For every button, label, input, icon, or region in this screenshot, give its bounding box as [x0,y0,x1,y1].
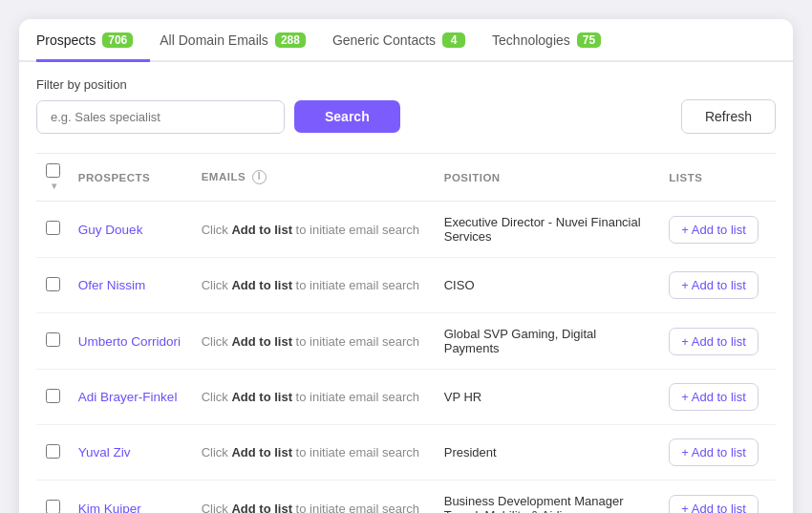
row-checkbox-5[interactable] [46,500,60,513]
email-cell-2: Click Add to list to initiate email sear… [202,334,419,349]
col-header-prospects: PROSPECTS [71,154,194,202]
tab-generic-contacts[interactable]: Generic Contacts 4 [332,19,482,62]
col-header-lists: LISTS [661,154,776,202]
email-cell-4: Click Add to list to initiate email sear… [202,445,419,460]
sort-icon-prospects: ▾ [52,181,57,191]
add-to-list-link-4[interactable]: Add to list [231,445,292,460]
select-all-checkbox[interactable] [46,163,60,178]
col-header-position: POSITION [437,154,662,202]
tab-technologies-label: Technologies [492,32,570,48]
tab-domain-emails-badge: 288 [275,32,306,48]
search-button[interactable]: Search [294,100,400,133]
add-to-list-button-0[interactable]: + Add to list [669,216,759,244]
email-cell-5: Click Add to list to initiate email sear… [202,502,419,514]
prospect-name-0[interactable]: Guy Douek [78,223,143,237]
email-cell-1: Click Add to list to initiate email sear… [202,278,419,292]
table-row: Ofer NissimClick Add to list to initiate… [36,258,776,313]
position-cell-5: Business Development Manager Travel, Mob… [444,494,624,513]
add-to-list-button-4[interactable]: + Add to list [669,438,759,466]
position-cell-4: President [444,445,497,460]
filter-section: Filter by position Search Refresh [19,62,793,139]
tab-technologies[interactable]: Technologies 75 [492,19,618,62]
add-to-list-link-5[interactable]: Add to list [231,502,292,514]
tab-prospects-badge: 706 [102,32,133,48]
col-header-emails: EMAILS i [194,154,437,202]
tab-prospects[interactable]: Prospects 706 [36,19,150,62]
row-checkbox-4[interactable] [46,444,60,459]
tab-generic-contacts-label: Generic Contacts [332,32,436,48]
prospect-name-2[interactable]: Umberto Corridori [78,334,181,349]
tab-technologies-badge: 75 [577,32,601,48]
position-cell-3: VP HR [444,390,482,404]
prospect-name-1[interactable]: Ofer Nissim [78,278,146,292]
tab-domain-emails[interactable]: All Domain Emails 288 [160,19,323,62]
table-row: Umberto CorridoriClick Add to list to in… [36,313,776,370]
tab-generic-contacts-badge: 4 [442,32,465,48]
row-checkbox-1[interactable] [46,277,60,291]
add-to-list-link-0[interactable]: Add to list [231,223,292,237]
main-container: Prospects 706 All Domain Emails 288 Gene… [19,19,793,513]
add-to-list-button-1[interactable]: + Add to list [669,271,759,299]
add-to-list-button-5[interactable]: + Add to list [669,495,759,514]
table-row: Adi Brayer-FinkelClick Add to list to in… [36,370,776,425]
table-body: Guy DouekClick Add to list to initiate e… [36,202,776,514]
email-cell-0: Click Add to list to initiate email sear… [202,223,419,237]
add-to-list-button-3[interactable]: + Add to list [669,383,759,411]
position-cell-0: Executive Director - Nuvei Financial Ser… [444,215,641,244]
position-cell-1: CISO [444,278,475,292]
tab-prospects-label: Prospects [36,32,96,48]
prospects-table: ▾ PROSPECTS EMAILS i POSITION LISTS [36,153,776,513]
table-header-row: ▾ PROSPECTS EMAILS i POSITION LISTS [36,154,776,202]
add-to-list-button-2[interactable]: + Add to list [669,328,759,355]
table-row: Kim KuiperClick Add to list to initiate … [36,481,776,514]
prospect-name-3[interactable]: Adi Brayer-Finkel [78,390,178,404]
emails-info-icon[interactable]: i [252,170,267,184]
col-header-checkbox: ▾ [36,154,71,202]
row-checkbox-0[interactable] [46,221,60,235]
table-wrapper: ▾ PROSPECTS EMAILS i POSITION LISTS [19,153,793,513]
add-to-list-link-3[interactable]: Add to list [231,390,292,404]
email-cell-3: Click Add to list to initiate email sear… [202,390,419,404]
position-search-input[interactable] [36,100,285,134]
add-to-list-link-2[interactable]: Add to list [231,334,292,349]
row-checkbox-3[interactable] [46,389,60,403]
position-cell-2: Global SVP Gaming, Digital Payments [444,327,596,355]
prospect-name-5[interactable]: Kim Kuiper [78,502,141,514]
search-row: Search Refresh [36,99,776,134]
tabs-bar: Prospects 706 All Domain Emails 288 Gene… [19,19,793,62]
table-row: Yuval ZivClick Add to list to initiate e… [36,425,776,481]
add-to-list-link-1[interactable]: Add to list [231,278,292,292]
filter-label: Filter by position [36,77,776,92]
refresh-button[interactable]: Refresh [681,99,776,134]
table-row: Guy DouekClick Add to list to initiate e… [36,202,776,258]
prospect-name-4[interactable]: Yuval Ziv [78,445,131,460]
row-checkbox-2[interactable] [46,332,60,347]
tab-domain-emails-label: All Domain Emails [160,32,268,48]
